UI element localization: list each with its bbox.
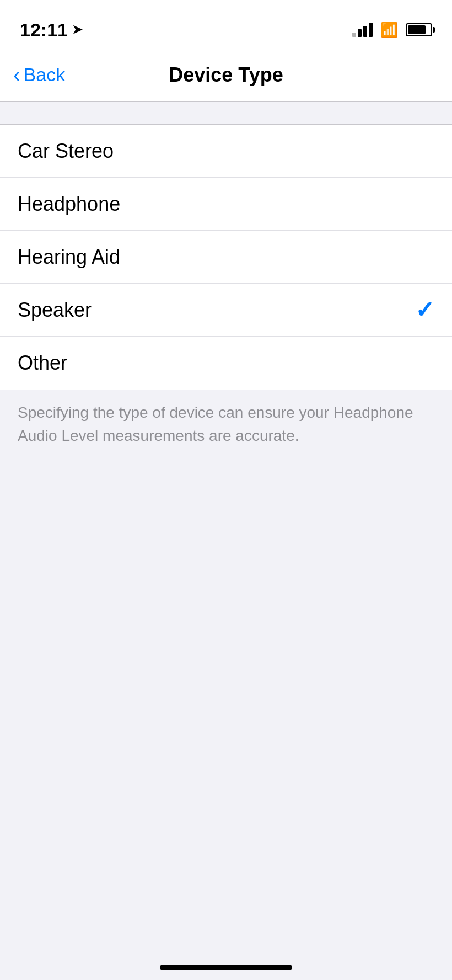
section-separator: [0, 102, 452, 125]
list-item-headphone[interactable]: Headphone: [0, 178, 452, 231]
wifi-icon: 📶: [380, 22, 398, 39]
location-icon: ➤: [72, 23, 82, 37]
page-title: Device Type: [169, 63, 283, 87]
list-item-label: Car Stereo: [18, 140, 114, 163]
status-time: 12:11 ➤: [20, 19, 82, 41]
back-button[interactable]: ‹ Back: [13, 64, 65, 86]
home-indicator: [160, 965, 292, 970]
list-item-car-stereo[interactable]: Car Stereo: [0, 125, 452, 178]
list-item-hearing-aid[interactable]: Hearing Aid: [0, 231, 452, 284]
checkmark-icon: ✓: [415, 296, 434, 323]
footer-note: Specifying the type of device can ensure…: [0, 390, 452, 459]
device-type-list: Car Stereo Headphone Hearing Aid Speaker…: [0, 125, 452, 390]
status-bar: 12:11 ➤ 📶: [0, 0, 452, 49]
list-item-label: Other: [18, 351, 67, 375]
list-item-label: Hearing Aid: [18, 246, 120, 269]
list-item-speaker[interactable]: Speaker ✓: [0, 284, 452, 337]
list-item-label: Speaker: [18, 299, 92, 322]
nav-bar: ‹ Back Device Type: [0, 49, 452, 102]
list-item-other[interactable]: Other: [0, 337, 452, 390]
back-label: Back: [24, 64, 66, 86]
status-icons: 📶: [352, 22, 432, 39]
footer-note-text: Specifying the type of device can ensure…: [18, 404, 413, 444]
battery-icon: [406, 23, 432, 36]
time-label: 12:11: [20, 19, 68, 41]
list-item-label: Headphone: [18, 193, 120, 216]
signal-icon: [352, 23, 373, 37]
back-chevron-icon: ‹: [13, 65, 20, 86]
